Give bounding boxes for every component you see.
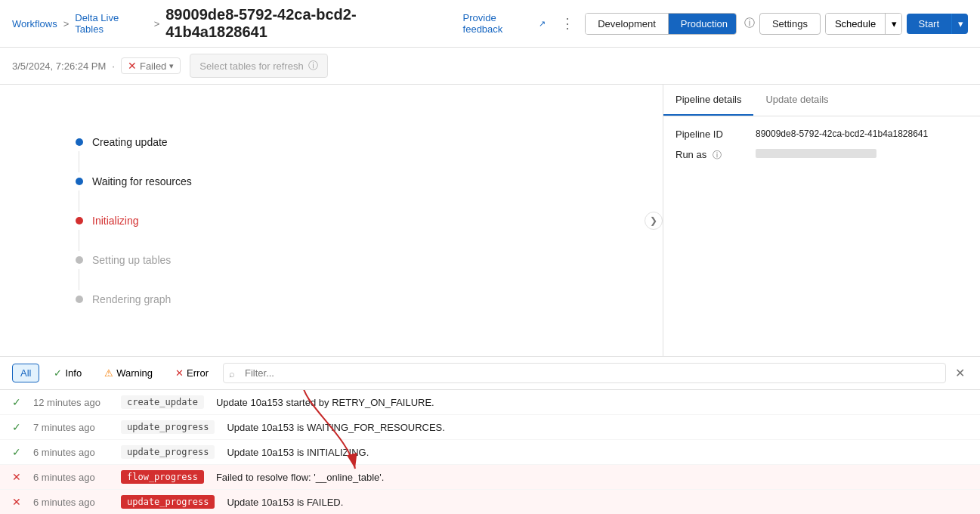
log-row: ✓ 12 minutes ago create_update Update 10…	[0, 390, 980, 415]
status-badge[interactable]: ✕ Failed ▾	[121, 57, 181, 74]
mode-buttons: Development Production	[585, 13, 737, 35]
log-tag-error: flow_progress	[121, 470, 204, 484]
step-row-rendering: Rendering graph	[76, 290, 632, 308]
log-time: 6 minutes ago	[33, 472, 109, 483]
log-area: All ✓ Info ⚠ Warning ✕ Error ⌕ ✕ ✓ 12 mi…	[0, 357, 980, 514]
tab-update-details[interactable]: Update details	[753, 85, 840, 116]
log-tag-error: update_progress	[121, 495, 215, 509]
pipeline-id-key: Pipeline ID	[675, 128, 744, 140]
steps-container: Creating update Waiting for resources In…	[76, 133, 632, 308]
log-row-error: ✕ 6 minutes ago flow_progress Failed to …	[0, 465, 980, 490]
log-table: ✓ 12 minutes ago create_update Update 10…	[0, 390, 980, 514]
step-connector-2	[79, 190, 79, 212]
step-label-waiting: Waiting for resources	[92, 175, 192, 187]
step-item-setting-up: Setting up tables	[76, 251, 632, 269]
feedback-label: Provide feedback	[463, 12, 537, 35]
schedule-chevron-button[interactable]: ▾	[885, 14, 901, 34]
start-chevron-button[interactable]: ▾	[951, 14, 968, 34]
info-filter-label: Info	[65, 367, 82, 379]
filter-input[interactable]	[223, 363, 946, 383]
schedule-label-button[interactable]: Schedule	[826, 14, 885, 34]
step-row-waiting: Waiting for resources	[76, 172, 632, 212]
log-tag: update_progress	[121, 445, 215, 459]
filter-info-button[interactable]: ✓ Info	[45, 364, 90, 382]
step-item-initializing: Initializing	[76, 212, 632, 230]
kebab-menu-button[interactable]: ⋮	[555, 12, 580, 35]
breadcrumb-sep2: >	[154, 18, 160, 29]
breadcrumb-workflows[interactable]: Workflows	[12, 18, 57, 29]
step-dot-waiting	[76, 178, 83, 185]
breadcrumb-sep1: >	[63, 18, 70, 29]
run-toolbar: 3/5/2024, 7:26:24 PM · ✕ Failed ▾ Select…	[0, 48, 980, 85]
step-item-rendering: Rendering graph	[76, 290, 632, 308]
step-dot-creating-update	[76, 138, 83, 146]
feedback-link[interactable]: Provide feedback ↗	[463, 12, 546, 35]
step-connector-1	[79, 151, 79, 172]
run-info: 3/5/2024, 7:26:24 PM · ✕ Failed ▾	[12, 57, 181, 74]
failed-icon: ✕	[128, 60, 137, 72]
log-time: 12 minutes ago	[33, 397, 109, 408]
step-row-creating-update: Creating update	[76, 133, 632, 172]
log-message-error: Update 10a153 is FAILED.	[227, 497, 968, 508]
breadcrumb-delta-live-tables[interactable]: Delta Live Tables	[75, 12, 147, 35]
step-connector-4	[79, 269, 79, 290]
step-label-setting-up: Setting up tables	[92, 254, 171, 266]
detail-row-pipeline-id: Pipeline ID 89009de8-5792-42ca-bcd2-41b4…	[675, 128, 968, 140]
log-success-icon: ✓	[12, 396, 21, 408]
tab-pipeline-details[interactable]: Pipeline details	[663, 85, 753, 116]
redacted-value	[756, 149, 876, 158]
step-dot-rendering	[76, 296, 83, 303]
log-row: ✓ 6 minutes ago update_progress Update 1…	[0, 440, 980, 465]
step-row-initializing: Initializing	[76, 212, 632, 251]
log-row-error-2: ✕ 6 minutes ago update_progress Update 1…	[0, 490, 980, 514]
search-icon: ⌕	[229, 367, 235, 379]
development-mode-button[interactable]: Development	[586, 14, 669, 34]
log-tag: update_progress	[121, 420, 215, 434]
error-filter-icon: ✕	[175, 367, 184, 379]
filter-all-button[interactable]: All	[12, 364, 39, 382]
step-label-rendering: Rendering graph	[92, 293, 171, 305]
step-connector-3	[79, 230, 79, 251]
status-chevron-icon: ▾	[169, 61, 174, 71]
info-filter-icon: ✓	[54, 367, 62, 379]
log-toolbar: All ✓ Info ⚠ Warning ✕ Error ⌕ ✕	[0, 357, 980, 390]
log-time: 6 minutes ago	[33, 497, 109, 508]
error-filter-label: Error	[187, 367, 209, 379]
pipeline-id-val: 89009de8-5792-42ca-bcd2-41b4a1828641	[756, 128, 928, 139]
log-error-icon: ✕	[12, 496, 21, 508]
page-title: 89009de8-5792-42ca-bcd2-41b4a1828641	[165, 6, 450, 41]
log-message: Update 10a153 is WAITING_FOR_RESOURCES.	[227, 422, 968, 433]
log-success-icon: ✓	[12, 421, 21, 433]
step-label-initializing: Initializing	[92, 215, 138, 227]
log-success-icon: ✓	[12, 446, 21, 458]
toggle-panel-button[interactable]: ❯	[645, 212, 663, 230]
log-error-icon: ✕	[12, 471, 21, 483]
warning-filter-icon: ⚠	[104, 367, 113, 379]
start-main-button[interactable]: Start	[907, 14, 951, 34]
run-as-info-icon[interactable]: ⓘ	[713, 150, 722, 160]
production-mode-button[interactable]: Production	[669, 14, 737, 34]
run-as-key: Run as ⓘ	[675, 149, 744, 162]
mode-info-icon[interactable]: ⓘ	[744, 17, 755, 30]
filter-error-button[interactable]: ✕ Error	[167, 364, 217, 382]
select-tables-info-icon: ⓘ	[308, 59, 318, 73]
log-search: ⌕	[223, 363, 946, 383]
details-content: Pipeline ID 89009de8-5792-42ca-bcd2-41b4…	[663, 116, 980, 183]
close-log-button[interactable]: ✕	[952, 363, 968, 383]
status-label: Failed	[140, 60, 166, 72]
select-tables-button[interactable]: Select tables for refresh ⓘ	[190, 54, 327, 78]
run-dot: ·	[112, 60, 115, 72]
log-time: 6 minutes ago	[33, 447, 109, 458]
log-time: 7 minutes ago	[33, 422, 109, 433]
select-tables-label: Select tables for refresh	[199, 60, 303, 72]
log-message: Update 10a153 started by RETRY_ON_FAILUR…	[216, 397, 968, 408]
log-message: Update 10a153 is INITIALIZING.	[227, 447, 968, 458]
top-nav: Workflows > Delta Live Tables > 89009de8…	[0, 0, 980, 48]
filter-warning-button[interactable]: ⚠ Warning	[96, 364, 161, 382]
settings-button[interactable]: Settings	[759, 13, 821, 35]
start-button-group: Start ▾	[907, 14, 968, 34]
external-link-icon: ↗	[539, 19, 546, 29]
step-row-setting-up: Setting up tables	[76, 251, 632, 290]
main-area: Creating update Waiting for resources In…	[0, 85, 980, 357]
step-item-creating-update: Creating update	[76, 133, 632, 151]
